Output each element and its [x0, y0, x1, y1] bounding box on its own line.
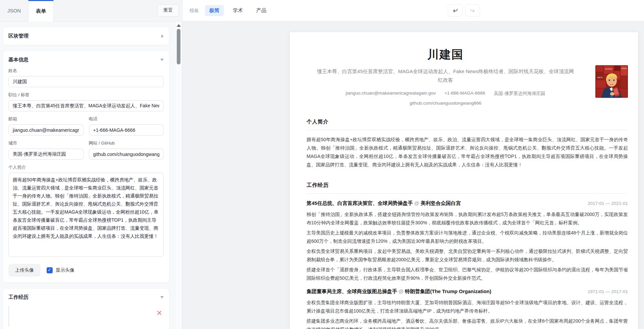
city-label: 城市 [8, 140, 84, 146]
template-tab-minimal[interactable]: 极简 [205, 5, 224, 16]
block-manager-title: 区块管理 [8, 33, 29, 39]
redo-icon [469, 7, 476, 14]
tab-json-label: JSON [7, 8, 21, 13]
job-bullet: 搭建全球首个「退群瘦身」行政体系，主导联合国人权理事会、世卫组织、巴黎气候协定、… [307, 266, 628, 282]
job-bullet: 全权负责集团全球商业版图扩张，主导纽约特朗普大厦、芝加哥特朗普国际酒店、海湖庄园… [307, 298, 628, 315]
preview-pane: 模板 极简 学术 产品 川建国 懂王本尊、白宫第45任首席整活官、MAGA全球运… [182, 0, 644, 329]
job-bullet: 搭建集团多业态商业闭环，业务横跨高端地产、酒店餐饮、高尔夫俱乐部、奢侈品零售、娱… [307, 317, 628, 329]
job-bullet: 主导美国历史上规模最大的减税改革项目，负责整体政策方案设计与落地推进，通过企业税… [307, 229, 628, 245]
redo-button[interactable] [465, 4, 480, 16]
editor-tabbar: JSON 表单 重置 [0, 0, 182, 21]
undo-icon [452, 7, 459, 14]
job-at-separator: @ [413, 200, 421, 206]
resume-contacts-row1: jianguo.chuan@makeamericagreatagain.gov … [307, 91, 584, 97]
website-label: 网站 / GitHub [89, 140, 164, 146]
phone-input[interactable] [89, 124, 164, 135]
section-divider [307, 130, 628, 130]
name-label: 姓名 [8, 68, 164, 74]
svg-text:META: META [597, 76, 603, 78]
avatar-controls-row: 上传头像 显示头像 [8, 264, 164, 277]
scrollbar-thumb[interactable] [177, 29, 180, 64]
template-label: 模板 [190, 8, 199, 14]
email-input[interactable] [8, 124, 84, 135]
experience-entry-editor [8, 306, 164, 327]
block-manager-header[interactable]: 区块管理 [8, 33, 164, 39]
panel-scrollbar [176, 21, 181, 329]
job-period: 2017-01 — 2021-01 [588, 199, 628, 208]
preview-canvas: 川建国 懂王本尊、白宫第45任首席整活官、MAGA全球运动发起人、Fake Ne… [182, 21, 644, 329]
resume-tagline: 懂王本尊、白宫第45任首席整活官、MAGA全球运动发起人、Fake News终极… [307, 67, 584, 85]
history-buttons [448, 4, 480, 16]
show-avatar-checkbox[interactable] [47, 267, 53, 273]
basic-info-title: 基本信息 [8, 57, 29, 63]
svg-text:GOOG: GOOG [605, 68, 612, 70]
reset-button[interactable]: 重置 [157, 4, 179, 16]
job-entry: 集团董事局主席、全球商业版图总操盘手@特朗普集团(The Trump Organ… [307, 287, 628, 329]
delete-entry-icon[interactable] [156, 310, 162, 316]
job-at-separator: @ [397, 288, 405, 294]
chevron-down-icon[interactable] [160, 59, 164, 61]
resume-page: 川建国 懂王本尊、白宫第45任首席整活官、MAGA全球运动发起人、Fake Ne… [290, 32, 638, 329]
svg-text:AMZN: AMZN [622, 67, 627, 69]
resume-experience-section: 工作经历 第45任总统、白宫首席决策官、全球局势操盘手@美利坚合众国白宫 201… [307, 182, 628, 329]
resume-email: jianguo.chuan@makeamericagreatagain.gov [346, 91, 436, 97]
website-input[interactable] [89, 149, 164, 160]
template-tab-academic[interactable]: 学术 [228, 5, 247, 16]
editor-form-body: 区块管理 基本信息 姓名 职位 / 标签 邮箱 [0, 21, 182, 329]
summary-text: 拥有超50年商海操盘+政坛博弈双栖实战经验，横跨房地产、娱乐、政治、流量运营四大… [307, 135, 628, 169]
title-tags-label: 职位 / 标签 [8, 92, 164, 98]
experience-section-title: 工作经历 [307, 182, 628, 189]
summary-section-title: 个人简介 [307, 118, 628, 125]
title-tags-input[interactable] [8, 100, 164, 111]
tab-json[interactable]: JSON [0, 0, 28, 21]
basic-info-header[interactable]: 基本信息 [8, 57, 164, 63]
basic-info-card: 基本信息 姓名 职位 / 标签 邮箱 电话 [3, 51, 169, 283]
resume-name: 川建国 [307, 44, 584, 62]
chevron-down-icon[interactable] [160, 296, 164, 298]
section-divider [307, 193, 628, 194]
job-bullet: 全权负责全球贸易关系重构项目，发起中美贸易战、美欧关税调整、北美自贸协定重构等一… [307, 247, 628, 264]
job-company: 特朗普集团(The Trump Organization) [405, 288, 491, 294]
job-entry: 第45任总统、白宫首席决策官、全球局势操盘手@美利坚合众国白宫 2017-01 … [307, 199, 628, 282]
undo-button[interactable] [448, 4, 463, 16]
job-title: 第45任总统、白宫首席决策官、全球局势操盘手@美利坚合众国白宫 [307, 199, 461, 207]
app-root: JSON 表单 重置 区块管理 基本信息 姓名 职位 / 标签 [0, 0, 644, 329]
upload-avatar-button[interactable]: 上传头像 [8, 264, 41, 277]
resume-summary-section: 个人简介 拥有超50年商海操盘+政坛博弈双栖实战经验，横跨房地产、娱乐、政治、流… [307, 118, 628, 169]
work-experience-card: 工作经历 [3, 288, 169, 329]
email-label: 邮箱 [8, 116, 84, 122]
resume-github: github.com/chuanguodongwang666 [410, 101, 481, 106]
job-bullet: 独创「推特治国」全新执政体系，搭建全链路舆情管控与政策发布矩阵，执政期间累计发布… [307, 210, 628, 227]
summary-label: 个人简介 [8, 164, 164, 170]
job-title: 集团董事局主席、全球商业版图总操盘手@特朗普集团(The Trump Organ… [307, 287, 491, 295]
job-role: 集团董事局主席、全球商业版图总操盘手 [307, 288, 397, 294]
work-experience-header[interactable]: 工作经历 [8, 294, 164, 300]
template-tab-product[interactable]: 产品 [252, 5, 271, 16]
job-period: 1971-01 — 2017-01 [588, 287, 628, 296]
chevron-right-icon[interactable] [161, 35, 164, 38]
resume-phone: +1-666-MAGA-6666 [444, 91, 485, 97]
preview-toolbar: 模板 极简 学术 产品 [182, 0, 644, 21]
work-experience-title: 工作经历 [8, 294, 29, 300]
block-manager-card: 区块管理 [3, 27, 169, 45]
city-input[interactable] [8, 149, 84, 160]
resume-contacts-row2: github.com/chuanguodongwang666 [307, 101, 584, 106]
phone-label: 电话 [89, 116, 164, 122]
tab-form-label: 表单 [36, 8, 46, 14]
job-role: 第45任总统、白宫首席决策官、全球局势操盘手 [307, 200, 413, 206]
scrollbar-up-arrow-icon[interactable] [177, 24, 181, 27]
resume-header: 川建国 懂王本尊、白宫第45任首席整活官、MAGA全球运动发起人、Fake Ne… [307, 44, 628, 106]
job-company: 美利坚合众国白宫 [421, 200, 461, 206]
editor-panel: JSON 表单 重置 区块管理 基本信息 姓名 职位 / 标签 [0, 0, 182, 329]
resume-location: 美国·佛罗里达州海湖庄园 [494, 91, 545, 97]
show-avatar-label: 显示头像 [56, 267, 74, 273]
summary-textarea[interactable]: 拥有超50年商海操盘+政坛博弈双栖实战经验，横跨房地产、娱乐、政治、流量运营四大… [8, 173, 164, 257]
name-input[interactable] [8, 76, 164, 87]
avatar-image: GOOG AMZN META [595, 65, 628, 98]
tab-form[interactable]: 表单 [28, 0, 54, 21]
